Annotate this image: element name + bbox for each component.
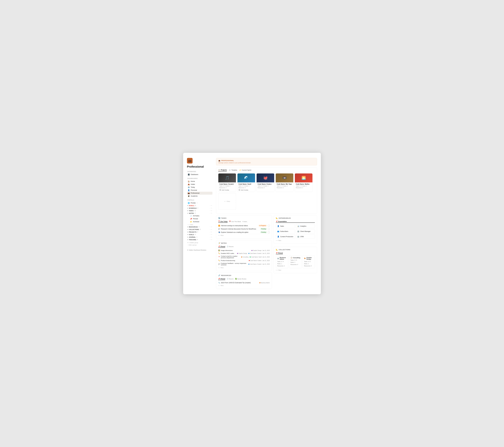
collection-graphic-design[interactable]: 🎨 Graphic Design Tasks: 0 / 0Notes: 2Res… bbox=[303, 255, 315, 268]
client-manager-icon: 🏢 bbox=[297, 230, 299, 232]
group-journal-row[interactable]: ▶ JOURNAL 1 ··· + bbox=[187, 236, 213, 238]
project-card-kraken[interactable]: 🐙 Code Name: Kraken Tasks: 0 / 0 Notes: … bbox=[256, 173, 274, 192]
collection-consulting[interactable]: 📋 Consulting Tasks: 5 / 5Notes: 1Resourc… bbox=[289, 255, 302, 268]
add-expandable-button[interactable]: + + New bbox=[276, 239, 315, 242]
expandables-icon: 📐 bbox=[276, 217, 278, 219]
notes-subitems: 📄 All Notes 📌 Pinned 📁 Archived bbox=[187, 214, 213, 223]
notes-section-icon: 📝 bbox=[218, 242, 220, 244]
note-row-3: 📍 Contact email for creative services de… bbox=[218, 255, 270, 259]
tasks-tab-today[interactable]: 📅 Due Today bbox=[218, 221, 228, 223]
tab-timeline[interactable]: ⏱️ Timeline bbox=[229, 169, 237, 172]
group-goals: ▶ GOALS 4 ··· + bbox=[187, 233, 213, 236]
status-badge-pending-2: Pending bbox=[260, 231, 267, 233]
graphic-design-icon: 🎨 bbox=[304, 258, 306, 259]
location-icon: 📍 bbox=[218, 256, 220, 258]
collections-tab-pinned[interactable]: 📌 Pinned bbox=[276, 252, 283, 254]
video-icon: ▶️ bbox=[218, 225, 220, 227]
sidebar-item-portals[interactable]: 🌐 Portals ▾ bbox=[187, 202, 213, 204]
expandable-content-production[interactable]: 👤 Content Production bbox=[276, 234, 295, 239]
notes-tab-pinned[interactable]: 📌 Pinned bbox=[218, 246, 225, 248]
project-card-malibu[interactable]: 🌅 Code Name: Malibu Tasks: 0 / 0 Notes: … bbox=[295, 173, 313, 192]
expandables-tab[interactable]: 📌 Expandables bbox=[276, 221, 315, 223]
chevron-down-icon: ▾ bbox=[187, 242, 188, 244]
tasks-header: ☑️ TASKS bbox=[218, 217, 270, 219]
add-project-button[interactable]: + + New bbox=[218, 193, 236, 210]
add-task-button[interactable]: + + New bbox=[218, 234, 270, 237]
task-checkbox-3[interactable] bbox=[268, 232, 270, 233]
project-card-scratch[interactable]: 🎵 Code Name: Scratch Tasks: 0 / 0 Notes:… bbox=[218, 173, 236, 192]
sidebar-item-all-notes[interactable]: 📄 All Notes bbox=[189, 214, 213, 217]
group-journal: ▶ JOURNAL 1 ··· + bbox=[187, 236, 213, 238]
collection-business-admin[interactable]: 🏢 Business Admin Tasks: 0 / 4Notes: 1Res… bbox=[276, 255, 288, 268]
group-mobile-row[interactable]: ▶ MOBILE 5 ··· + bbox=[187, 204, 213, 207]
expandables-header: 📐 EXPANDABLES bbox=[276, 217, 315, 219]
sidebar-item-professional[interactable]: 💼 Professional bbox=[187, 192, 213, 195]
calendar-week-icon: 📅 bbox=[229, 221, 231, 222]
group-goals-row[interactable]: ▶ GOALS 4 ··· + bbox=[187, 233, 213, 236]
plus-icon: + bbox=[218, 234, 219, 236]
sidebar: 💼 Professional DATABASES 🗄️ Databases DA… bbox=[187, 158, 214, 291]
clock-icon: 🕐 bbox=[227, 278, 229, 280]
plus-icon: + bbox=[276, 240, 277, 241]
collections-tabs: 📌 Pinned bbox=[276, 252, 315, 254]
sidebar-item-databases[interactable]: 🗄️ Databases bbox=[187, 173, 213, 176]
group-tasks-row[interactable]: ▶ TASKS 11 ··· + bbox=[187, 210, 213, 212]
plus-icon: + bbox=[276, 269, 277, 271]
resources-tab-pinned[interactable]: 📌 Pinned bbox=[218, 278, 225, 280]
pin-icon: 📌 bbox=[276, 221, 278, 222]
group-projects-row[interactable]: ▶ PROJECTS 3 ··· + bbox=[187, 231, 213, 233]
task-checkbox-1[interactable] bbox=[268, 225, 270, 227]
add-new-button[interactable]: + + New bbox=[187, 223, 213, 226]
resources-tab-recent[interactable]: 🕐 Recent bbox=[227, 278, 234, 280]
project-card-mixtape[interactable]: 📼 Code Name: Mix Tape Tasks: 0 / 0 Notes… bbox=[276, 173, 293, 192]
group-schedule-row[interactable]: ▶ SCHEDULE 2 ··· + bbox=[187, 207, 213, 209]
tab-current-sprint[interactable]: ⚡ Current Sprint bbox=[239, 169, 251, 172]
portals-icon: 🌐 bbox=[188, 202, 190, 204]
group-collections-row[interactable]: ▶ COLLECTIONS 2 ··· + bbox=[187, 228, 213, 231]
sidebar-item-intake[interactable]: 📥 Intake bbox=[187, 183, 213, 186]
pinned-icon: 📌 bbox=[190, 218, 192, 220]
task-row-1: ▶️ Add text overlays to instructional vi… bbox=[218, 224, 270, 227]
expandable-sales[interactable]: 👤 Sales bbox=[276, 224, 295, 228]
sidebar-item-today[interactable]: ⚙️ Today bbox=[187, 186, 213, 189]
intake-icon: 📥 bbox=[188, 183, 190, 185]
hidden-group-toggle[interactable]: ▾ 1 hidden group bbox=[187, 242, 213, 244]
expandable-subscribers[interactable]: 👥 Subscribers bbox=[276, 229, 295, 233]
notes-tab-recent[interactable]: 🕐 Recent bbox=[227, 246, 234, 248]
sidebar-item-archived[interactable]: 📁 Archived bbox=[189, 220, 213, 223]
home-icon: 🏠 bbox=[188, 180, 190, 182]
collections-header: 📐 COLLECTIONS bbox=[276, 249, 315, 251]
tasks-tab-week[interactable]: 📅 Due This Week bbox=[229, 221, 241, 223]
hidden-modules-toggle[interactable]: ▶ Hidden Dashboard Modules bbox=[187, 249, 213, 251]
project-card-swell[interactable]: 🌊 Code Name: Swell Tasks: 0 / 0 Notes: 1… bbox=[237, 173, 255, 192]
add-collection-button[interactable]: + + New bbox=[276, 269, 315, 271]
tasks-tab-more[interactable]: 4 more... bbox=[242, 221, 248, 223]
sidebar-item-pinned[interactable]: 📌 Pinned bbox=[189, 217, 213, 220]
group-notes-row[interactable]: ▾ NOTES 3 ··· + bbox=[187, 212, 213, 214]
note-row-4: ✏️ Product brainstorming Code Name: Krak… bbox=[218, 259, 270, 262]
status-badge-pending-1: Pending bbox=[260, 228, 267, 230]
tab-projects[interactable]: 📋 Projects bbox=[218, 169, 227, 172]
group-tracking-row[interactable]: ▶ TRACKING 4 ··· + bbox=[187, 239, 213, 241]
business-admin-icon: 🏢 bbox=[277, 258, 279, 259]
expandable-client-manager[interactable]: 🏢 Client Manager bbox=[296, 229, 315, 233]
expandable-analytics[interactable]: 📊 Analytics bbox=[296, 224, 315, 228]
expandable-crm[interactable]: 🏢 CRM bbox=[296, 234, 315, 239]
triangle-icon: ▶ bbox=[187, 205, 188, 206]
sidebar-item-home[interactable]: 🏠 Home bbox=[187, 180, 213, 183]
chevron-down-icon: ▾ bbox=[197, 202, 198, 204]
sidebar-item-academic[interactable]: 🎓 Academic bbox=[187, 195, 213, 198]
group-resources-row[interactable]: ▶ RESOURCES 4 ··· + bbox=[187, 226, 213, 228]
task-checkbox-2[interactable] bbox=[268, 228, 270, 230]
projects-list: 🎵 Code Name: Scratch Tasks: 0 / 0 Notes:… bbox=[218, 173, 315, 210]
sidebar-item-personal[interactable]: 👤 Personal bbox=[187, 189, 213, 192]
resources-tab-needs-review[interactable]: ✅ Needs Review bbox=[235, 278, 246, 280]
pencil-icon: ✏️ bbox=[218, 253, 220, 254]
group-projects: ▶ PROJECTS 3 ··· + bbox=[187, 231, 213, 233]
tag-color-dot bbox=[249, 264, 249, 265]
add-resource-button[interactable]: + + New bbox=[218, 284, 270, 287]
add-group-button[interactable]: + Add a group bbox=[187, 244, 213, 246]
dashboards-section-label: DASHBOARDS bbox=[187, 178, 213, 179]
subscribers-icon: 👥 bbox=[277, 230, 279, 232]
add-note-button[interactable]: + + New bbox=[218, 266, 270, 269]
